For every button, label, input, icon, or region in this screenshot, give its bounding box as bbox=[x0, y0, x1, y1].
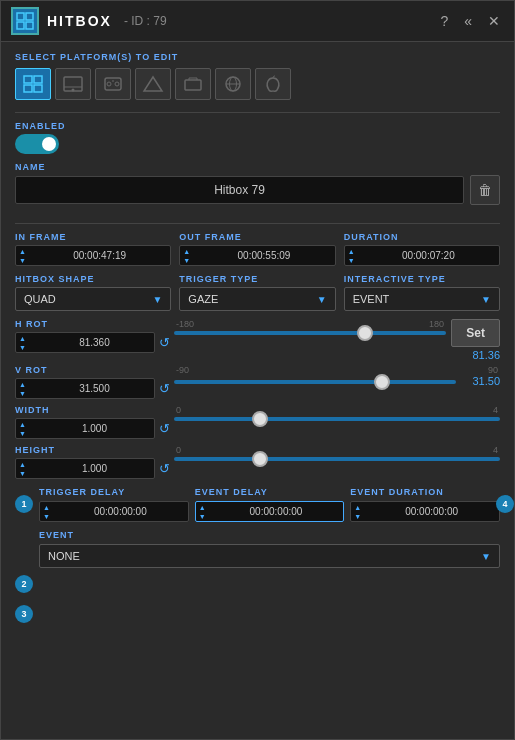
height-input[interactable]: ▲▼ bbox=[15, 458, 155, 479]
trigger-type-group: TRIGGER TYPE GAZE ▼ bbox=[179, 274, 335, 311]
svg-rect-7 bbox=[34, 85, 42, 92]
window-title: HITBOX bbox=[47, 13, 112, 29]
svg-rect-3 bbox=[26, 22, 33, 29]
back-button[interactable]: « bbox=[460, 11, 476, 31]
bottom-labels: TRIGGER DELAY EVENT DELAY EVENT DURATION bbox=[39, 487, 500, 497]
out-frame-value[interactable] bbox=[193, 246, 334, 265]
v-rot-section: V ROT ▲▼ ↺ -90 90 31.50 bbox=[15, 365, 500, 399]
trigger-delay-value[interactable] bbox=[53, 502, 188, 521]
platform-4[interactable] bbox=[135, 68, 171, 100]
h-rot-label: H ROT bbox=[15, 319, 170, 329]
hitbox-shape-dropdown[interactable]: QUAD ▼ bbox=[15, 287, 171, 311]
h-rot-input[interactable]: ▲▼ bbox=[15, 332, 155, 353]
width-input[interactable]: ▲▼ bbox=[15, 418, 155, 439]
name-input[interactable] bbox=[15, 176, 464, 204]
height-value[interactable] bbox=[29, 459, 155, 478]
trigger-type-dropdown[interactable]: GAZE ▼ bbox=[179, 287, 335, 311]
frame-row: IN FRAME ▲▼ OUT FRAME ▲▼ DURATION ▲▼ bbox=[15, 232, 500, 266]
event-delay-value[interactable] bbox=[209, 502, 344, 521]
platform-5[interactable] bbox=[175, 68, 211, 100]
width-reset[interactable]: ↺ bbox=[159, 421, 170, 436]
divider-2 bbox=[15, 223, 500, 224]
height-reset[interactable]: ↺ bbox=[159, 461, 170, 476]
event-dropdown[interactable]: NONE ▼ bbox=[39, 544, 500, 568]
interactive-type-label: INTERACTIVE TYPE bbox=[344, 274, 500, 284]
out-frame-group: OUT FRAME ▲▼ bbox=[179, 232, 335, 266]
interactive-type-dropdown[interactable]: EVENT ▼ bbox=[344, 287, 500, 311]
main-window: HITBOX - ID : 79 ? « ✕ SELECT PLATFORM(S… bbox=[0, 0, 515, 740]
svg-rect-1 bbox=[26, 13, 33, 20]
h-rot-value[interactable] bbox=[29, 333, 155, 352]
svg-point-13 bbox=[115, 82, 119, 86]
duration-group: DURATION ▲▼ bbox=[344, 232, 500, 266]
v-rot-max: 90 bbox=[488, 365, 498, 375]
v-rot-value[interactable] bbox=[29, 379, 155, 398]
width-value[interactable] bbox=[29, 419, 155, 438]
in-frame-group: IN FRAME ▲▼ bbox=[15, 232, 171, 266]
v-rot-reset[interactable]: ↺ bbox=[159, 381, 170, 396]
h-rot-display: 81.36 bbox=[460, 349, 500, 361]
platform-globe[interactable] bbox=[215, 68, 251, 100]
trigger-type-value: GAZE bbox=[188, 293, 218, 305]
duration-value[interactable] bbox=[358, 246, 499, 265]
window-id: - ID : 79 bbox=[124, 14, 167, 28]
event-label: EVENT bbox=[39, 530, 500, 540]
in-frame-value[interactable] bbox=[29, 246, 170, 265]
enabled-toggle[interactable] bbox=[15, 134, 59, 154]
trigger-delay-input[interactable]: ▲▼ bbox=[39, 501, 189, 522]
h-rot-reset[interactable]: ↺ bbox=[159, 335, 170, 350]
event-duration-input[interactable]: ▲▼ bbox=[350, 501, 500, 522]
event-duration-value[interactable] bbox=[364, 502, 499, 521]
trigger-delay-label: TRIGGER DELAY bbox=[39, 487, 189, 497]
h-rot-slider[interactable] bbox=[174, 331, 446, 335]
platform-2[interactable] bbox=[55, 68, 91, 100]
delete-button[interactable]: 🗑 bbox=[470, 175, 500, 205]
svg-marker-15 bbox=[144, 77, 162, 91]
in-frame-input[interactable]: ▲▼ bbox=[15, 245, 171, 266]
duration-input[interactable]: ▲▼ bbox=[344, 245, 500, 266]
v-rot-input[interactable]: ▲▼ bbox=[15, 378, 155, 399]
close-button[interactable]: ✕ bbox=[484, 11, 504, 31]
trigger-type-arrow: ▼ bbox=[317, 294, 327, 305]
width-section: WIDTH ▲▼ ↺ 0 4 bbox=[15, 405, 500, 439]
type-row: HITBOX SHAPE QUAD ▼ TRIGGER TYPE GAZE ▼ … bbox=[15, 274, 500, 311]
bottom-padding bbox=[15, 568, 500, 618]
svg-rect-16 bbox=[185, 80, 201, 90]
interactive-type-arrow: ▼ bbox=[481, 294, 491, 305]
platform-3[interactable] bbox=[95, 68, 131, 100]
bullet-4: 4 bbox=[496, 495, 514, 513]
height-group: HEIGHT ▲▼ ↺ bbox=[15, 445, 170, 479]
width-slider[interactable] bbox=[174, 417, 500, 421]
event-row: NONE ▼ bbox=[39, 544, 500, 568]
event-duration-label: EVENT DURATION bbox=[350, 487, 500, 497]
out-frame-label: OUT FRAME bbox=[179, 232, 335, 242]
v-rot-slider[interactable] bbox=[174, 380, 456, 384]
out-frame-input[interactable]: ▲▼ bbox=[179, 245, 335, 266]
name-row: 🗑 bbox=[15, 175, 500, 205]
name-group: NAME 🗑 bbox=[15, 162, 500, 215]
h-rot-slider-group: -180 180 bbox=[174, 319, 446, 339]
height-slider-group: 0 4 bbox=[174, 445, 500, 465]
v-rot-label: V ROT bbox=[15, 365, 170, 375]
h-rot-section: H ROT ▲▼ ↺ -180 180 Set 81.36 bbox=[15, 319, 500, 361]
width-slider-group: 0 4 bbox=[174, 405, 500, 425]
bullet-3: 3 bbox=[15, 605, 33, 623]
svg-rect-4 bbox=[24, 76, 32, 83]
duration-label: DURATION bbox=[344, 232, 500, 242]
width-label: WIDTH bbox=[15, 405, 170, 415]
set-button[interactable]: Set bbox=[451, 319, 500, 347]
help-button[interactable]: ? bbox=[436, 11, 452, 31]
platform-apple[interactable] bbox=[255, 68, 291, 100]
platform-all[interactable] bbox=[15, 68, 51, 100]
height-slider[interactable] bbox=[174, 457, 500, 461]
in-frame-label: IN FRAME bbox=[15, 232, 171, 242]
interactive-type-value: EVENT bbox=[353, 293, 390, 305]
bottom-section: 1 4 TRIGGER DELAY EVENT DELAY EVENT DURA… bbox=[15, 487, 500, 568]
event-delay-input[interactable]: ▲▼ bbox=[195, 501, 345, 522]
content-area: SELECT PLATFORM(S) TO EDIT bbox=[1, 42, 514, 628]
divider-1 bbox=[15, 112, 500, 113]
title-bar: HITBOX - ID : 79 ? « ✕ bbox=[1, 1, 514, 42]
bullet-1: 1 bbox=[15, 495, 33, 513]
svg-rect-0 bbox=[17, 13, 24, 20]
bottom-inputs: ▲▼ ▲▼ ▲▼ bbox=[39, 501, 500, 522]
